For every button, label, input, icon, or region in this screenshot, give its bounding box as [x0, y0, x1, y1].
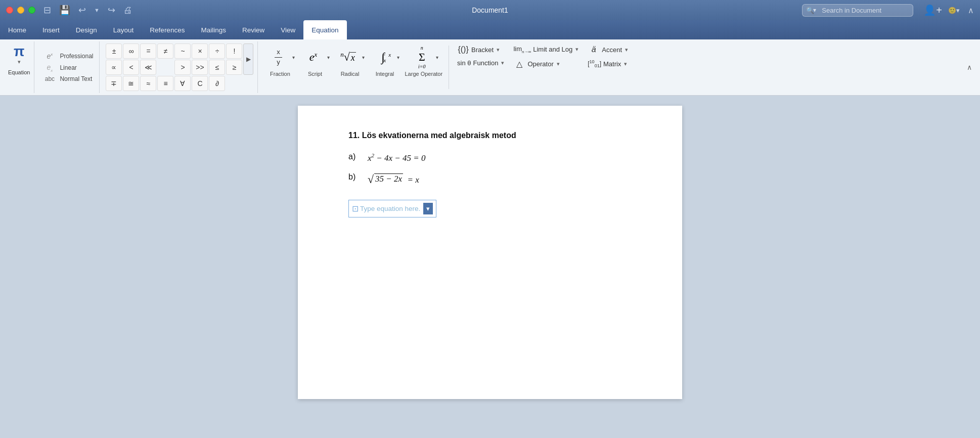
symbol-leq[interactable]: ≤ — [209, 60, 225, 75]
add-user-icon[interactable]: 👤+ — [923, 4, 942, 16]
symbol-approx[interactable]: ≈ — [140, 76, 156, 91]
fraction-button[interactable]: x y ▾ — [265, 45, 295, 70]
symbol-c[interactable]: C — [192, 76, 208, 91]
menu-view[interactable]: View — [273, 20, 303, 39]
symbol-inf[interactable]: ∞ — [123, 43, 139, 59]
symbol-gg[interactable]: >> — [192, 60, 208, 75]
undo-dropdown-icon[interactable]: ▼ — [94, 7, 100, 13]
symbol-expand-button[interactable]: ▶ — [243, 43, 253, 75]
linear-icon: ex — [42, 63, 57, 73]
bracket-label: Bracket — [471, 46, 494, 54]
limit-log-dropdown-arrow[interactable]: ▾ — [575, 46, 578, 53]
linear-option[interactable]: ex Linear — [40, 62, 95, 74]
redo-icon[interactable]: ↪ — [108, 5, 115, 16]
emoji-icon[interactable]: 🙂▾ — [948, 7, 960, 14]
operator-dropdown-arrow[interactable]: ▾ — [557, 61, 560, 67]
minimize-button[interactable] — [17, 7, 24, 14]
symbol-prop[interactable]: ∝ — [106, 60, 122, 75]
conversion-options: ex Professional ex Linear abc Normal Tex… — [36, 41, 100, 93]
titlebar-icons: ⊟ 💾 ↩ ▼ ↪ 🖨 — [43, 5, 132, 16]
equation-button[interactable]: π ▾ — [9, 41, 29, 68]
limit-log-button[interactable]: limn→∞ Limit and Log ▾ — [510, 43, 582, 56]
menu-equation[interactable]: Equation — [303, 20, 346, 39]
large-operator-label: Large Operator — [405, 71, 442, 77]
accent-button[interactable]: ä Accent ▾ — [585, 43, 631, 56]
right-tools-col2: limn→∞ Limit and Log ▾ △ Operator ▾ — [510, 43, 582, 70]
symbol-partial[interactable]: ∂ — [209, 76, 225, 91]
radical-label: Radical — [341, 71, 360, 77]
symbol-section: ± ∞ = ≠ ~ × ÷ ! ∝ < ≪ > >> ≤ ≥ ∓ ≅ ≈ ≡ — [102, 41, 258, 93]
equation-input-box[interactable]: ⊡ Type equation here. ▾ — [348, 200, 436, 217]
menu-design[interactable]: Design — [68, 20, 105, 39]
symbol-ll[interactable]: ≪ — [140, 60, 156, 75]
symbol-geq[interactable]: ≥ — [226, 60, 242, 75]
sqrt-sign: √ — [368, 173, 374, 186]
titlebar: ⊟ 💾 ↩ ▼ ↪ 🖨 Document1 🔍 ▾ 👤+ 🙂▾ ∧ — [0, 0, 980, 20]
script-button[interactable]: ex ▾ — [300, 45, 330, 70]
file-icon: ⊟ — [43, 5, 51, 16]
radical-dropdown-arrow[interactable]: ▾ — [362, 55, 365, 60]
search-dropdown-arrow[interactable]: ▾ — [813, 7, 816, 14]
menu-review[interactable]: Review — [234, 20, 273, 39]
collapse-ribbon-icon[interactable]: ∧ — [968, 6, 974, 15]
menu-insert[interactable]: Insert — [34, 20, 68, 39]
function-dropdown-arrow[interactable]: ▾ — [501, 60, 504, 66]
save-icon[interactable]: 💾 — [59, 5, 70, 16]
limit-log-icon: limn→∞ — [513, 45, 531, 54]
symbol-grid: ± ∞ = ≠ ~ × ÷ ! ∝ < ≪ > >> ≤ ≥ ∓ ≅ ≈ ≡ — [106, 43, 242, 91]
pi-icon: π — [14, 45, 24, 59]
menubar: Home Insert Design Layout References Mai… — [0, 20, 980, 39]
equation-input-area: ⊡ Type equation here. ▾ — [348, 200, 642, 217]
symbol-cong[interactable]: ≅ — [123, 76, 139, 91]
symbol-mp[interactable]: ∓ — [106, 76, 122, 91]
bracket-dropdown-arrow[interactable]: ▾ — [497, 47, 500, 53]
normal-text-option[interactable]: abc Normal Text — [40, 74, 95, 83]
print-icon[interactable]: 🖨 — [123, 5, 132, 16]
math-tools: x y ▾ Fraction ex ▾ Script — [260, 41, 635, 93]
bracket-button[interactable]: {()} Bracket ▾ — [454, 43, 507, 56]
fraction-dropdown-arrow[interactable]: ▾ — [292, 55, 295, 60]
menu-references[interactable]: References — [142, 20, 193, 39]
integral-dropdown-arrow[interactable]: ▾ — [397, 55, 399, 60]
close-button[interactable] — [6, 7, 13, 14]
part-b-label: b) — [348, 172, 364, 182]
symbol-lt[interactable]: < — [123, 60, 139, 75]
ribbon: π ▾ Equation ex Professional ex Linear a… — [0, 39, 980, 96]
search-input[interactable] — [802, 4, 913, 17]
matrix-dropdown-arrow[interactable]: ▾ — [624, 61, 627, 67]
equation-dropdown-arrow[interactable]: ▾ — [18, 59, 21, 65]
symbol-excl[interactable]: ! — [226, 43, 242, 59]
integral-button[interactable]: ∫x-x ▾ — [370, 45, 399, 70]
script-dropdown-arrow[interactable]: ▾ — [327, 55, 330, 60]
symbol-times[interactable]: × — [192, 43, 208, 59]
radical-button[interactable]: n√x ▾ — [335, 45, 365, 70]
accent-icon: ä — [588, 45, 600, 54]
symbol-div[interactable]: ÷ — [209, 43, 225, 59]
sqrt-content: 35 − 2x — [374, 173, 403, 184]
integral-group: ∫x-x ▾ Integral — [369, 43, 400, 78]
symbol-neq[interactable]: ≠ — [157, 43, 173, 59]
menu-home[interactable]: Home — [0, 20, 34, 39]
symbol-forall[interactable]: ∀ — [174, 76, 191, 91]
matrix-button[interactable]: [1001] Matrix ▾ — [585, 58, 631, 70]
large-operator-button[interactable]: n Σ i=0 ▾ — [409, 45, 438, 70]
function-button[interactable]: sin θ Function ▾ — [454, 58, 507, 68]
equation-dropdown-button[interactable]: ▾ — [423, 203, 433, 214]
symbol-pm[interactable]: ± — [106, 43, 122, 59]
menu-layout[interactable]: Layout — [105, 20, 142, 39]
collapse-arrow[interactable]: ∧ — [963, 41, 976, 93]
professional-option[interactable]: ex Professional — [40, 51, 95, 61]
search-wrapper: 🔍 ▾ — [802, 4, 913, 17]
large-operator-dropdown-arrow[interactable]: ▾ — [436, 55, 438, 60]
symbol-equiv[interactable]: ≡ — [157, 76, 173, 91]
menu-mailings[interactable]: Mailings — [193, 20, 234, 39]
accent-dropdown-arrow[interactable]: ▾ — [625, 47, 628, 53]
maximize-button[interactable] — [28, 7, 35, 14]
undo-icon[interactable]: ↩ — [78, 5, 86, 16]
symbol-eq[interactable]: = — [140, 43, 156, 59]
part-b-equation: √ 35 − 2x = x — [368, 172, 419, 186]
symbol-tilde[interactable]: ~ — [174, 43, 191, 59]
matrix-label: Matrix — [603, 60, 621, 68]
operator-button[interactable]: △ Operator ▾ — [510, 58, 582, 70]
symbol-gt[interactable]: > — [174, 60, 191, 75]
